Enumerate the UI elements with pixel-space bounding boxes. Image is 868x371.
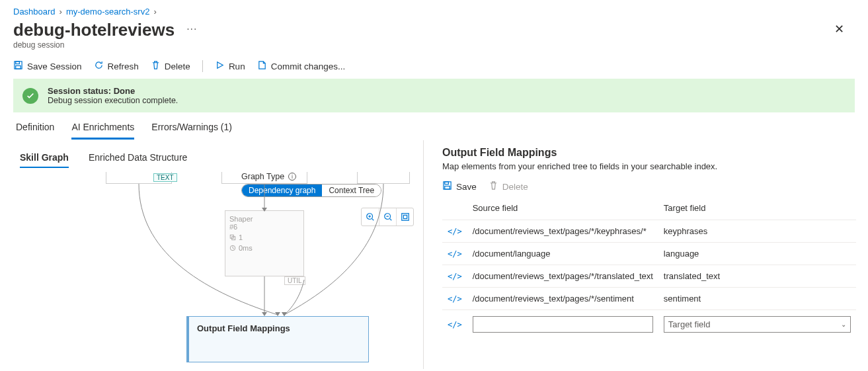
graph-node-shaper[interactable]: Shaper #6 1 0ms [225,210,304,276]
panel-delete-label: Delete [502,182,528,192]
graph-type-label: Graph Type i [241,172,296,181]
code-icon: </> [448,227,462,236]
source-field-cell: /document/reviews_text/pages/*/translate… [467,265,658,288]
target-field-cell: translated_text [658,265,856,288]
command-separator [202,60,203,72]
delete-button[interactable]: Delete [151,60,190,72]
panel-heading: Output Field Mappings [442,147,856,159]
util-tag: UTIL [284,276,305,285]
zoom-in-button[interactable] [362,208,379,226]
pill-dependency-graph[interactable]: Dependency graph [242,185,322,196]
table-row[interactable]: </>/document/reviews_text/pages/*/transl… [442,265,856,288]
sub-tabs: Skill Graph Enriched Data Structure [0,140,423,171]
source-field-cell: /document/reviews_text/pages/*/keyphrase… [467,220,658,243]
target-field-cell: keyphrases [658,220,856,243]
col-target-field[interactable]: Target field [658,199,856,220]
target-field-cell: language [658,243,856,265]
table-row[interactable]: </>/document/reviews_text/pages/*/keyphr… [442,220,856,243]
breadcrumb-sep: › [59,7,62,17]
subtab-skill-graph[interactable]: Skill Graph [20,149,69,168]
svg-rect-1 [16,62,20,64]
svg-rect-11 [445,182,449,185]
play-icon [215,60,225,72]
save-session-label: Save Session [27,62,82,71]
subtab-enriched-data[interactable]: Enriched Data Structure [89,149,187,168]
info-icon[interactable]: i [288,173,296,181]
target-field-select[interactable]: Target field⌄ [664,316,851,333]
code-icon: </> [448,294,462,304]
refresh-button[interactable]: Refresh [94,60,139,72]
zoom-fit-button[interactable] [396,208,413,226]
zoom-toolbar [361,208,414,226]
close-icon[interactable]: ✕ [830,18,848,40]
status-banner: Session status: Done Debug session execu… [13,79,855,112]
commit-icon [257,60,267,72]
command-bar: Save Session Refresh Delete Run Commit c… [0,56,868,79]
graph-canvas[interactable]: TEXT Graph Type i Dependency graph Conte… [0,171,423,369]
breadcrumb-dashboard[interactable]: Dashboard [13,7,56,17]
run-label: Run [229,62,245,71]
breadcrumb-sep-2: › [153,7,156,17]
status-title: Session status: Done [48,86,178,96]
zoom-out-button[interactable] [379,208,396,226]
source-field-cell: /document/reviews_text/pages/*/sentiment [467,288,658,310]
shaper-id: #6 [229,223,299,231]
source-field-cell: /document/language [467,243,658,265]
output-field-mappings-panel: Output Field Mappings Map elements from … [423,140,868,369]
trash-icon [151,60,161,72]
success-check-icon [22,88,38,104]
svg-rect-5 [401,214,409,221]
save-icon [13,60,23,72]
refresh-label: Refresh [108,62,139,71]
table-row[interactable]: </>/document/languagelanguage [442,243,856,265]
delete-label: Delete [165,62,190,71]
commit-label: Commit changes... [271,62,346,71]
breadcrumb-service[interactable]: my-demo-search-srv2 [66,7,149,17]
panel-save-button[interactable]: Save [442,181,477,192]
trash-icon [489,181,498,192]
tab-definition[interactable]: Definition [16,118,54,140]
mappings-table: Source field Target field </>/document/r… [442,199,856,339]
refresh-icon [94,60,104,72]
graph-type-toggle: Dependency graph Context Tree [241,184,381,197]
chevron-down-icon: ⌄ [841,321,846,328]
svg-rect-12 [445,186,450,189]
code-icon: </> [448,249,462,259]
code-icon: </> [448,272,462,281]
svg-rect-6 [403,215,407,218]
col-source-field[interactable]: Source field [467,199,658,220]
run-button[interactable]: Run [215,60,245,72]
save-icon [442,181,452,192]
table-row[interactable]: </>/document/reviews_text/pages/*/sentim… [442,288,856,310]
shaper-time: 0ms [229,244,299,252]
primary-tabs: Definition AI Enrichments Errors/Warning… [0,118,868,140]
shaper-instances: 1 [229,233,299,241]
ofm-label: Output Field Mappings [197,323,290,333]
breadcrumb: Dashboard › my-demo-search-srv2 › [0,0,868,18]
status-message: Debug session execution complete. [48,96,178,105]
panel-description: Map elements from your enriched tree to … [442,161,856,171]
code-icon: </> [448,320,462,329]
table-row-new: </>Target field⌄ [442,310,856,339]
source-field-input[interactable] [473,316,653,333]
save-session-button[interactable]: Save Session [13,60,82,72]
commit-button[interactable]: Commit changes... [257,60,346,72]
page-subtitle: debug session [0,40,868,56]
text-tag-1: TEXT [153,173,177,182]
pill-context-tree[interactable]: Context Tree [322,185,381,196]
panel-save-label: Save [456,182,477,192]
svg-rect-2 [16,65,21,69]
graph-node-output-field-mappings[interactable]: Output Field Mappings [186,316,369,362]
tab-errors-warnings[interactable]: Errors/Warnings (1) [151,118,232,140]
page-title: debug-hotelreviews [13,20,175,40]
shaper-name: Shaper [229,215,299,223]
more-button[interactable]: ··· [182,21,201,38]
target-field-cell: sentiment [658,288,856,310]
panel-delete-button: Delete [489,181,528,192]
tab-ai-enrichments[interactable]: AI Enrichments [71,118,134,140]
